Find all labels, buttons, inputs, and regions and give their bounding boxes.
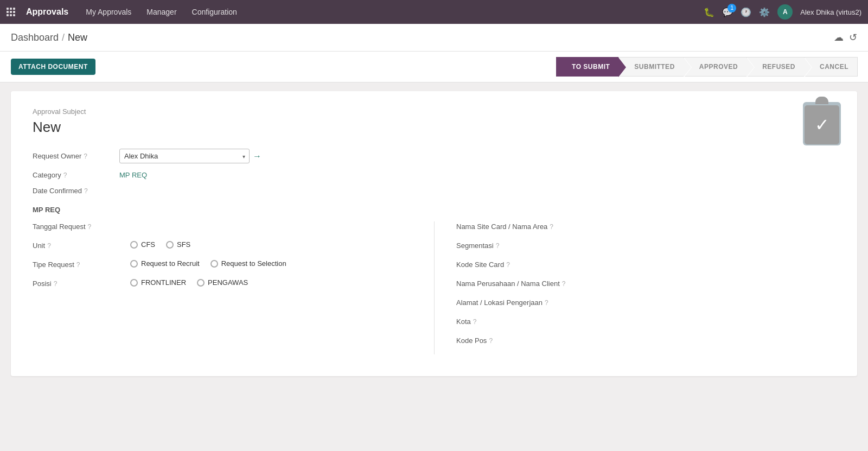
tipe-request-options: Request to Recruit Request to Selection	[130, 259, 412, 268]
request-owner-navigate-button[interactable]: →	[253, 151, 261, 161]
form-card: ✓ Approval Subject New Request Owner ? A…	[11, 91, 857, 376]
tipe-request-label: Tipe Request ?	[33, 259, 130, 269]
nama-site-row: Nama Site Card / Nama Area ?	[456, 221, 835, 231]
pipeline-step-refused[interactable]: REFUSED	[746, 57, 805, 77]
breadcrumb-actions: ☁ ↺	[834, 31, 857, 43]
right-column: Nama Site Card / Nama Area ? Segmentasi …	[434, 221, 835, 354]
tanggal-request-label: Tanggal Request ?	[33, 221, 130, 231]
navbar-configuration[interactable]: Configuration	[186, 4, 244, 20]
unit-cfs-option[interactable]: CFS	[130, 240, 155, 249]
tipe-recruit-option[interactable]: Request to Recruit	[130, 259, 200, 268]
kode-pos-help-icon: ?	[489, 337, 493, 345]
posisi-row: Posisi ? FRONTLINER PENGAWAS	[33, 278, 412, 288]
app-brand[interactable]: Approvals	[26, 7, 68, 17]
nama-perusahaan-row: Nama Perusahaan / Nama Client ?	[456, 278, 835, 288]
status-bar: ATTACH DOCUMENT TO SUBMIT SUBMITTED APPR…	[0, 52, 868, 82]
unit-cfs-label: CFS	[141, 240, 155, 249]
section-label: MP REQ	[33, 206, 835, 214]
category-row: Category ? MP REQ	[33, 171, 835, 179]
kota-label: Kota ?	[456, 316, 554, 326]
kode-site-row: Kode Site Card ?	[456, 259, 835, 269]
posisi-pengawas-radio[interactable]	[197, 279, 205, 287]
kode-pos-label: Kode Pos ?	[456, 335, 554, 345]
tipe-selection-label: Request to Selection	[221, 259, 286, 268]
navbar-menu: My Approvals Manager Configuration	[79, 4, 693, 20]
pipeline: TO SUBMIT SUBMITTED APPROVED REFUSED CAN…	[556, 57, 857, 77]
refresh-icon[interactable]: ↺	[849, 31, 857, 43]
avatar: A	[777, 4, 793, 20]
unit-row: Unit ? CFS SFS	[33, 240, 412, 250]
main-content: ✓ Approval Subject New Request Owner ? A…	[0, 82, 868, 385]
approval-clipboard-icon: ✓	[803, 102, 841, 145]
approval-subject-label: Approval Subject	[33, 107, 835, 116]
tanggal-request-help-icon: ?	[88, 223, 92, 231]
alamat-help-icon: ?	[545, 299, 548, 307]
request-owner-help-icon: ?	[84, 153, 87, 160]
unit-sfs-option[interactable]: SFS	[166, 240, 190, 249]
unit-label: Unit ?	[33, 240, 130, 250]
request-owner-label: Request Owner ?	[33, 152, 119, 160]
chat-icon[interactable]: 💬 1	[722, 7, 733, 17]
unit-options: CFS SFS	[130, 240, 412, 249]
tipe-recruit-label: Request to Recruit	[141, 259, 200, 268]
pipeline-step-submitted[interactable]: SUBMITTED	[618, 57, 684, 77]
tipe-request-help-icon: ?	[76, 261, 80, 269]
posisi-pengawas-option[interactable]: PENGAWAS	[197, 278, 248, 287]
posisi-frontliner-option[interactable]: FRONTLINER	[130, 278, 186, 287]
unit-sfs-radio[interactable]	[166, 241, 174, 249]
pipeline-step-to-submit[interactable]: TO SUBMIT	[556, 57, 619, 77]
unit-sfs-label: SFS	[177, 240, 190, 249]
clock-icon[interactable]: 🕐	[741, 7, 751, 17]
tipe-recruit-radio[interactable]	[130, 260, 138, 268]
breadcrumb: Dashboard / New	[11, 32, 87, 43]
navbar: Approvals My Approvals Manager Configura…	[0, 0, 868, 24]
tipe-request-row: Tipe Request ? Request to Recruit Reques…	[33, 259, 412, 269]
pipeline-step-approved[interactable]: APPROVED	[684, 57, 747, 77]
posisi-pengawas-label: PENGAWAS	[208, 278, 248, 287]
category-label: Category ?	[33, 171, 119, 179]
unit-cfs-radio[interactable]	[130, 241, 138, 249]
alamat-label: Alamat / Lokasi Pengerjaan ?	[456, 297, 554, 307]
posisi-frontliner-radio[interactable]	[130, 279, 138, 287]
cloud-upload-icon[interactable]: ☁	[834, 31, 844, 43]
segmentasi-label: Segmentasi ?	[456, 240, 554, 250]
kota-help-icon: ?	[473, 318, 477, 326]
category-help-icon: ?	[63, 171, 67, 179]
nama-site-label: Nama Site Card / Nama Area ?	[456, 221, 554, 231]
two-column-section: Tanggal Request ? Unit ?	[33, 221, 835, 354]
kode-pos-row: Kode Pos ?	[456, 335, 835, 345]
alamat-row: Alamat / Lokasi Pengerjaan ?	[456, 297, 835, 307]
request-owner-select[interactable]: Alex Dhika	[119, 149, 250, 163]
posisi-help-icon: ?	[54, 280, 58, 288]
segmentasi-help-icon: ?	[496, 242, 500, 250]
posisi-options: FRONTLINER PENGAWAS	[130, 278, 412, 287]
breadcrumb-separator: /	[62, 32, 65, 43]
date-confirmed-label: Date Confirmed ?	[33, 187, 119, 195]
kode-site-label: Kode Site Card ?	[456, 259, 554, 269]
category-value[interactable]: MP REQ	[119, 171, 147, 179]
notification-badge: 1	[727, 4, 736, 12]
nama-site-help-icon: ?	[550, 223, 553, 231]
user-name[interactable]: Alex Dhika (virtus2)	[800, 8, 861, 16]
navbar-manager[interactable]: Manager	[140, 4, 183, 20]
date-confirmed-help-icon: ?	[84, 187, 88, 195]
kota-row: Kota ?	[456, 316, 835, 326]
bug-icon[interactable]: 🐛	[704, 7, 714, 17]
posisi-label: Posisi ?	[33, 278, 130, 288]
pipeline-step-cancel[interactable]: CANCEL	[804, 57, 858, 77]
nama-perusahaan-help-icon: ?	[562, 280, 566, 288]
settings-icon[interactable]: ⚙️	[759, 7, 770, 17]
unit-help-icon: ?	[47, 242, 51, 250]
grid-icon[interactable]	[7, 8, 15, 16]
tipe-selection-option[interactable]: Request to Selection	[210, 259, 286, 268]
request-owner-field[interactable]: Alex Dhika ▾	[119, 149, 250, 163]
attach-document-button[interactable]: ATTACH DOCUMENT	[11, 59, 95, 75]
tipe-selection-radio[interactable]	[210, 260, 218, 268]
navbar-icons: 🐛 💬 1 🕐 ⚙️ A Alex Dhika (virtus2)	[704, 4, 861, 20]
request-owner-row: Request Owner ? Alex Dhika ▾ →	[33, 149, 835, 163]
date-confirmed-row: Date Confirmed ?	[33, 187, 835, 195]
tanggal-request-row: Tanggal Request ?	[33, 221, 412, 231]
posisi-frontliner-label: FRONTLINER	[141, 278, 186, 287]
breadcrumb-parent[interactable]: Dashboard	[11, 32, 59, 43]
navbar-my-approvals[interactable]: My Approvals	[79, 4, 138, 20]
